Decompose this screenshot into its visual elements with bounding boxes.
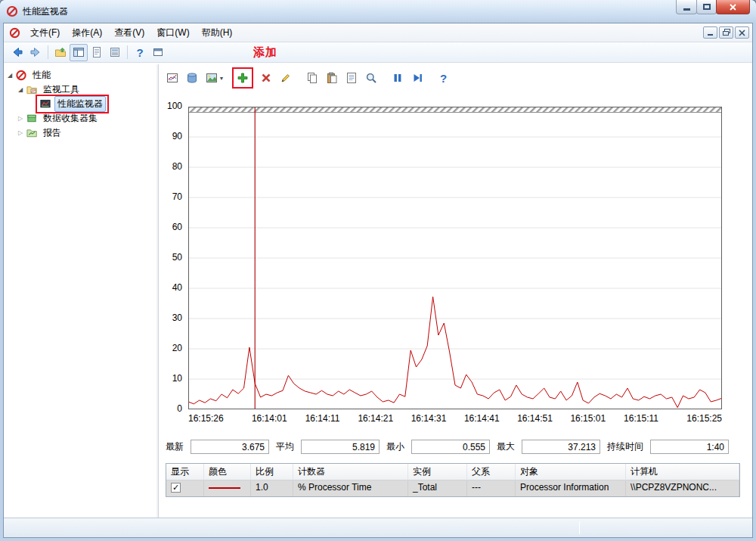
column-header-computer[interactable]: 计算机	[626, 464, 739, 480]
back-button[interactable]	[8, 44, 26, 61]
y-tick-label: 20	[172, 343, 182, 353]
perfmon-child-icon	[9, 27, 20, 39]
new-window-button[interactable]	[149, 44, 167, 61]
app-body: ◢ 性能 ◢ 监视工具	[4, 64, 752, 518]
folder-icon	[54, 46, 67, 58]
legend-counter-row[interactable]: ✓ 1.0 % Processor Time _Total --- Proces…	[166, 480, 739, 496]
y-tick-label: 100	[167, 101, 182, 111]
change-graph-type-button[interactable]: ▼	[202, 69, 229, 88]
legend-parent-cell: ---	[467, 480, 516, 496]
forward-icon	[29, 46, 42, 58]
close-icon	[729, 3, 737, 11]
menubar: 文件(F) 操作(A) 查看(V) 窗口(W) 帮助(H)	[4, 23, 752, 42]
maximize-icon	[703, 4, 711, 10]
y-tick-label: 70	[172, 191, 182, 202]
x-tick-label: 16:15:11	[624, 413, 658, 424]
add-counter-icon	[237, 72, 249, 84]
forward-button[interactable]	[26, 44, 45, 61]
x-tick-label: 16:14:31	[411, 413, 447, 424]
column-header-color[interactable]: 颜色	[204, 464, 251, 480]
view-log-data-icon	[186, 72, 198, 84]
delete-icon	[260, 72, 272, 84]
average-label: 平均	[276, 440, 294, 453]
highlight-button[interactable]	[276, 69, 295, 88]
mdi-minimize-button[interactable]	[703, 26, 717, 39]
paste-counter-list-button[interactable]	[322, 69, 341, 88]
legend-computer-cell: \\PCPZ8VZPNONC...	[626, 480, 739, 496]
properties-button[interactable]	[342, 69, 361, 88]
change-graph-type-icon	[206, 72, 218, 84]
console-tree-toggle-button[interactable]	[70, 44, 88, 61]
toolbar-separator	[48, 45, 48, 59]
export-list-button[interactable]	[88, 44, 106, 61]
menu-help[interactable]: 帮助(H)	[196, 23, 239, 42]
zoom-button[interactable]	[361, 69, 380, 88]
column-header-counter[interactable]: 计数器	[293, 464, 408, 480]
menu-window[interactable]: 窗口(W)	[150, 23, 195, 42]
panel-splitter[interactable]	[156, 64, 159, 518]
add-counter-button[interactable]	[234, 70, 251, 86]
y-axis-labels: 1009080706050403020100	[161, 107, 185, 409]
duration-label: 持续时间	[607, 440, 643, 453]
expander-icon[interactable]: ▷	[16, 115, 25, 122]
duration-value: 1:40	[650, 440, 729, 454]
properties-icon	[345, 72, 358, 84]
column-header-instance[interactable]: 实例	[408, 464, 467, 480]
view-log-data-button[interactable]	[182, 69, 201, 88]
y-tick-label: 90	[172, 131, 182, 141]
x-tick-label: 16:14:11	[305, 413, 340, 424]
highlight-pencil-icon	[280, 72, 292, 84]
toolbar-separator	[127, 45, 128, 59]
minimize-button[interactable]	[676, 0, 697, 14]
menu-file[interactable]: 文件(F)	[24, 23, 66, 42]
latest-value: 3.675	[191, 440, 269, 454]
legend-show-cell: ✓	[166, 480, 204, 496]
column-header-scale[interactable]: 比例	[251, 464, 293, 480]
copy-properties-button[interactable]	[302, 69, 321, 88]
x-axis-labels: 16:15:2616:14:0116:14:1116:14:2116:14:31…	[188, 413, 722, 425]
delete-button[interactable]	[256, 69, 275, 88]
close-button[interactable]	[716, 0, 750, 14]
menu-action[interactable]: 操作(A)	[66, 23, 108, 42]
chart-help-button[interactable]: ?	[434, 69, 453, 88]
titlebar[interactable]: 性能监视器	[0, 0, 756, 23]
performance-monitor-icon	[39, 98, 51, 110]
status-bar-divider	[579, 521, 580, 534]
help-button[interactable]: ?	[131, 44, 149, 61]
monitoring-tools-folder-icon	[26, 84, 38, 95]
maximize-button[interactable]	[696, 0, 717, 14]
maximum-label: 最大	[497, 440, 515, 453]
column-header-object[interactable]: 对象	[516, 464, 626, 480]
tree-label: 数据收集器集	[41, 111, 100, 126]
folder-button[interactable]	[51, 44, 70, 61]
x-tick-label: 16:14:21	[358, 413, 393, 424]
x-tick-label: 16:15:01	[570, 413, 606, 424]
mdi-close-icon	[739, 30, 745, 36]
y-tick-label: 0	[177, 403, 182, 414]
minimum-label: 最小	[386, 440, 404, 453]
properties-sheet-button[interactable]	[106, 44, 124, 61]
legend-row-checkbox[interactable]: ✓	[171, 483, 181, 493]
menu-view[interactable]: 查看(V)	[108, 23, 150, 42]
mdi-minimize-icon	[707, 30, 714, 36]
mdi-close-button[interactable]	[735, 26, 749, 39]
help-icon: ?	[440, 72, 447, 85]
mdi-restore-button[interactable]	[719, 26, 733, 39]
column-header-show[interactable]: 显示	[166, 464, 204, 480]
expander-icon[interactable]: ▷	[16, 129, 25, 136]
y-tick-label: 10	[172, 373, 182, 384]
column-header-parent[interactable]: 父系	[467, 464, 516, 480]
expander-icon[interactable]: ◢	[16, 86, 25, 93]
expander-icon[interactable]: ◢	[5, 72, 14, 79]
tree-item-performance-monitor[interactable]: 性能监视器	[4, 97, 156, 111]
tree-item-performance[interactable]: ◢ 性能	[4, 68, 156, 82]
performance-monitor-panel: ▼	[160, 64, 752, 518]
tree-item-data-collector-sets[interactable]: ▷ 数据收集器集	[4, 111, 156, 126]
update-data-button[interactable]	[407, 69, 426, 88]
tree-label-selected: 性能监视器	[54, 96, 106, 112]
view-current-activity-button[interactable]	[163, 69, 181, 88]
freeze-display-button[interactable]	[388, 69, 407, 88]
add-annotation-text: 添加	[253, 45, 277, 60]
zoom-icon	[365, 72, 377, 84]
tree-item-reports[interactable]: ▷ 报告	[4, 126, 156, 140]
